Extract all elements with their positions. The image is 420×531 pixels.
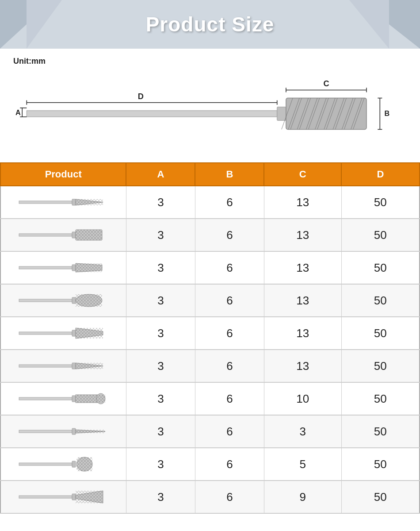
cell-a: 3 (126, 448, 195, 481)
svg-line-132 (110, 263, 112, 272)
product-image-cell (0, 317, 126, 350)
svg-line-168 (110, 294, 112, 307)
svg-line-165 (103, 294, 112, 307)
cell-d: 50 (341, 448, 420, 481)
svg-line-297 (106, 430, 110, 433)
cell-c: 13 (264, 350, 341, 382)
svg-line-133 (110, 263, 112, 272)
table-row: 361350 (0, 251, 420, 284)
svg-line-62 (103, 199, 110, 205)
decorative-triangle-tr2 (349, 0, 389, 49)
svg-line-93 (102, 230, 112, 240)
cell-a: 3 (126, 415, 195, 448)
table-body: 3613503613503613503613503613503613503610… (0, 186, 420, 513)
cell-b: 6 (195, 251, 264, 284)
svg-line-130 (107, 263, 112, 272)
svg-rect-208 (72, 363, 76, 369)
cell-c: 13 (264, 284, 341, 317)
svg-rect-1 (277, 107, 286, 120)
cell-d: 50 (341, 251, 420, 284)
table-row: 361350 (0, 317, 420, 350)
svg-rect-299 (72, 461, 76, 467)
svg-rect-172 (19, 332, 72, 335)
table-row: 36550 (0, 448, 420, 481)
svg-line-235 (107, 363, 112, 369)
col-header-c: C (264, 163, 341, 186)
cell-c: 13 (264, 186, 341, 219)
svg-rect-173 (72, 330, 76, 336)
svg-line-366 (110, 491, 112, 503)
decorative-triangle-tl2 (27, 0, 62, 49)
col-header-a: A (126, 163, 195, 186)
svg-line-64 (107, 199, 112, 205)
product-image-cell (0, 186, 126, 219)
cell-b: 6 (195, 219, 264, 251)
svg-line-324 (96, 457, 111, 471)
cell-d: 50 (341, 382, 420, 415)
svg-line-97 (108, 230, 112, 240)
svg-line-169 (110, 294, 112, 307)
cell-c: 13 (264, 251, 341, 284)
cell-b: 6 (195, 186, 264, 219)
cell-b: 6 (195, 284, 264, 317)
page-title: Product Size (146, 12, 275, 36)
cell-a: 3 (126, 317, 195, 350)
svg-rect-66 (72, 232, 76, 238)
svg-line-266 (105, 395, 112, 403)
svg-rect-271 (19, 430, 72, 433)
cell-c: 13 (264, 219, 341, 251)
svg-line-201 (105, 328, 112, 339)
svg-line-331 (106, 457, 112, 471)
svg-line-95 (105, 230, 112, 240)
svg-line-361 (103, 491, 112, 503)
table-row: 361350 (0, 350, 420, 382)
svg-line-205 (111, 328, 112, 339)
cell-a: 3 (126, 284, 195, 317)
diagram-container: A D C B (13, 69, 407, 158)
svg-point-136 (76, 294, 102, 307)
product-image-cell (0, 284, 126, 317)
cell-d: 50 (341, 350, 420, 382)
cell-a: 3 (126, 219, 195, 251)
svg-line-203 (108, 328, 112, 339)
cell-a: 3 (126, 481, 195, 513)
cell-d: 50 (341, 317, 420, 350)
product-table: Product A B C D 361350361350361350361350… (0, 162, 420, 514)
diagram-section: Unit:mm (0, 49, 420, 162)
svg-line-325 (96, 457, 111, 471)
col-header-d: D (341, 163, 420, 186)
svg-line-98 (108, 230, 112, 240)
cell-c: 5 (264, 448, 341, 481)
cell-b: 6 (195, 448, 264, 481)
product-image-cell (0, 251, 126, 284)
svg-line-167 (107, 294, 112, 307)
svg-rect-101 (19, 266, 72, 269)
diagram-svg: A D C B (13, 69, 407, 158)
svg-rect-236 (19, 397, 72, 400)
svg-rect-333 (72, 494, 76, 500)
svg-rect-0 (27, 111, 277, 117)
svg-line-61 (103, 199, 110, 205)
svg-line-362 (103, 491, 112, 503)
cell-b: 6 (195, 415, 264, 448)
product-image-cell (0, 350, 126, 382)
svg-text:D: D (138, 92, 144, 101)
table-row: 361050 (0, 382, 420, 415)
table-row: 361350 (0, 186, 420, 219)
svg-line-164 (103, 294, 112, 307)
svg-line-206 (111, 328, 112, 339)
svg-rect-37 (72, 199, 76, 205)
svg-line-363 (107, 491, 112, 503)
unit-label: Unit:mm (13, 57, 407, 66)
svg-line-232 (103, 363, 110, 369)
svg-rect-36 (19, 201, 72, 204)
product-image-cell (0, 415, 126, 448)
cell-c: 3 (264, 415, 341, 448)
cell-d: 50 (341, 186, 420, 219)
product-image-cell (0, 448, 126, 481)
svg-line-326 (99, 457, 112, 471)
svg-rect-207 (19, 365, 72, 367)
svg-line-270 (111, 395, 112, 403)
svg-line-328 (103, 457, 112, 471)
svg-line-329 (103, 457, 112, 471)
